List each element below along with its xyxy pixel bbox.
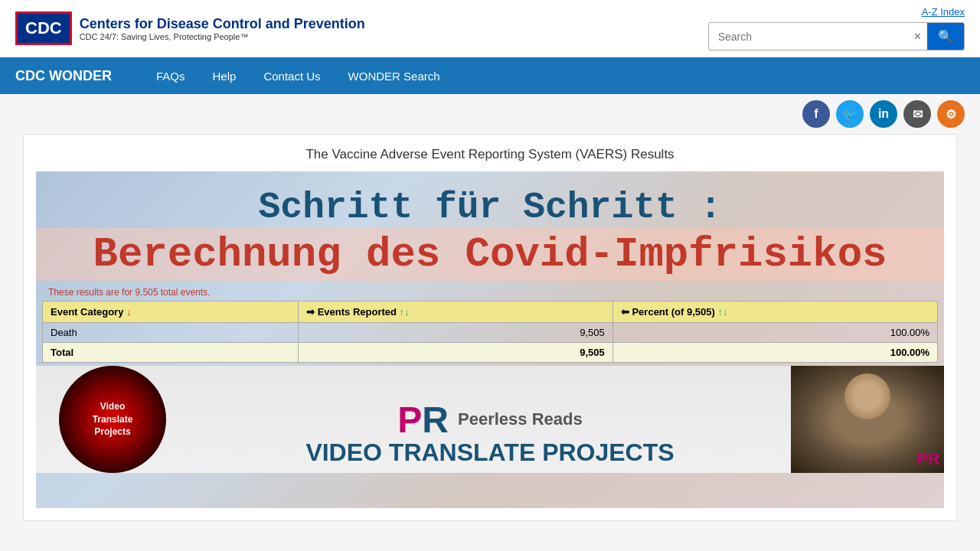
total-percent-cell: 100.00% <box>612 343 937 363</box>
pr-logo: PR Peerless Reads <box>397 399 582 441</box>
percent-label: Percent (of 9,505) <box>632 306 714 318</box>
nav-link-faqs[interactable]: FAQs <box>142 59 199 93</box>
vtp-logo: VideoTranslateProjects <box>59 366 166 473</box>
page-title: The Vaccine Adverse Event Reporting Syst… <box>36 147 944 162</box>
pr-icon: PR <box>397 399 449 441</box>
arrow-left-icon: ⬅ <box>621 306 629 318</box>
event-category-label: Event Category <box>51 306 123 318</box>
arrow-right-icon: ➡ <box>306 306 315 318</box>
pr-p-icon: P <box>397 399 422 440</box>
german-text-line2: Berechnung des Covid-Impfrisikos <box>36 228 944 281</box>
col-header-reported: ➡ Events Reported ↑↓ <box>299 302 613 323</box>
twitter-icon[interactable]: 🐦 <box>836 100 864 128</box>
cdc-subtitle: CDC 24/7: Saving Lives, Protecting Peopl… <box>80 32 365 41</box>
total-row: Total 9,505 100.00% <box>43 343 938 363</box>
events-reported-label: Events Reported <box>318 306 397 318</box>
nav-links: FAQs Help Contact Us WONDER Search <box>142 59 454 93</box>
nav-link-wonder-search[interactable]: WONDER Search <box>335 59 454 93</box>
percent-cell: 100.00% <box>612 323 937 343</box>
search-submit-button[interactable]: 🔍 <box>927 23 964 50</box>
top-right: A-Z Index × 🔍 <box>708 6 965 51</box>
cdc-logo-text: Centers for Disease Control and Preventi… <box>80 16 365 41</box>
search-input[interactable] <box>709 24 908 49</box>
search-icon: 🔍 <box>938 30 953 43</box>
vaers-notice: These results are for 9,505 total events… <box>42 284 938 301</box>
webcam-pr-badge: PR <box>916 449 940 469</box>
cdc-logo-box: CDC <box>15 11 72 45</box>
bottom-video: VideoTranslateProjects PR Peerless Reads… <box>36 366 944 473</box>
webcam-area: PR <box>791 366 944 473</box>
video-area: Schritt für Schritt : Berechnung des Cov… <box>36 171 944 508</box>
col-header-event: Event Category ↓ <box>43 302 299 323</box>
rss-icon[interactable]: ⚙ <box>937 100 965 128</box>
col-header-percent: ⬅ Percent (of 9,505) ↑↓ <box>612 302 937 323</box>
total-label-cell: Total <box>43 343 299 363</box>
cdc-title: Centers for Disease Control and Preventi… <box>80 16 365 32</box>
pr-label: Peerless Reads <box>458 409 583 429</box>
email-icon[interactable]: ✉ <box>903 100 931 128</box>
table-row: Death 9,505 100.00% <box>43 323 938 343</box>
events-reported-cell: 9,505 <box>299 323 613 343</box>
nav-link-help[interactable]: Help <box>199 59 250 93</box>
nav-bar: CDC WONDER FAQs Help Contact Us WONDER S… <box>0 57 980 94</box>
german-text-line1: Schritt für Schritt : <box>36 187 944 228</box>
cdc-logo: CDC Centers for Disease Control and Prev… <box>15 11 365 45</box>
nav-brand[interactable]: CDC WONDER <box>15 68 112 84</box>
event-category-cell: Death <box>43 323 299 343</box>
nav-link-contact[interactable]: Contact Us <box>250 59 334 93</box>
social-bar: f 🐦 in ✉ ⚙ <box>0 94 980 134</box>
sort-up-down-icon[interactable]: ↑↓ <box>400 306 410 318</box>
search-clear-button[interactable]: × <box>908 25 927 48</box>
vtp-text: VideoTranslateProjects <box>93 400 133 439</box>
linkedin-icon[interactable]: in <box>870 100 897 128</box>
vtp-main-text: VIDEO TRANSLATE PROJECTS <box>189 439 791 467</box>
sort-up-down-icon2[interactable]: ↑↓ <box>717 306 727 318</box>
vaers-table: Event Category ↓ ➡ Events Reported ↑↓ ⬅ … <box>42 301 938 363</box>
top-bar: CDC Centers for Disease Control and Prev… <box>0 0 980 57</box>
facebook-icon[interactable]: f <box>802 100 830 128</box>
total-events-cell: 9,505 <box>299 343 613 363</box>
main-content: The Vaccine Adverse Event Reporting Syst… <box>23 134 957 521</box>
search-bar: × 🔍 <box>708 22 965 51</box>
sort-down-icon[interactable]: ↓ <box>126 306 132 318</box>
az-index-link[interactable]: A-Z Index <box>922 6 965 18</box>
pr-r-icon: R <box>422 399 449 440</box>
